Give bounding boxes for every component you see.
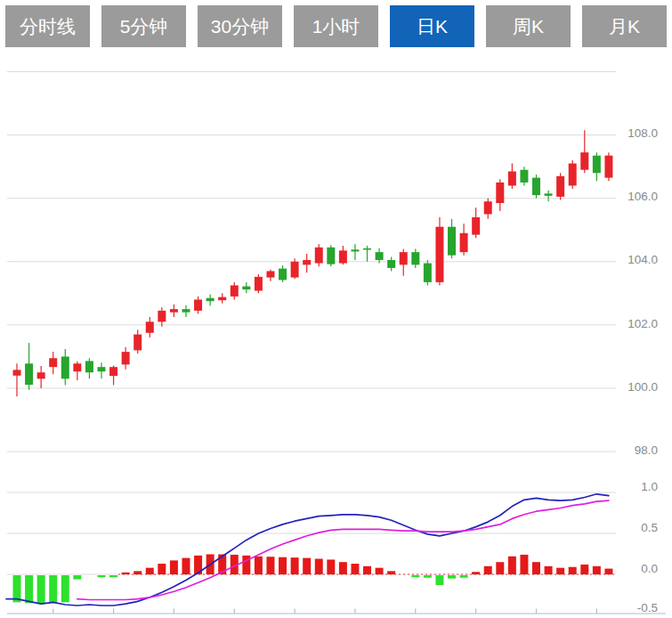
indicator-axis-label: 0.5 [641, 521, 658, 534]
macd-bar [580, 565, 588, 574]
period-tab-6[interactable]: 月K [582, 5, 667, 47]
macd-dea-line [77, 500, 609, 599]
candle-body [170, 309, 178, 313]
macd-bar [315, 559, 323, 574]
macd-bar [569, 567, 577, 574]
period-tab-bar: 分时线5分钟30分钟1小时日K周K月K [5, 5, 667, 47]
period-tab-3[interactable]: 1小时 [294, 5, 378, 47]
macd-bar [303, 558, 311, 574]
macd-bar [291, 557, 299, 574]
candle-body [351, 249, 359, 251]
candle-body [37, 372, 45, 378]
candle-body [315, 248, 323, 264]
macd-bar [593, 566, 601, 574]
candle-body [484, 201, 492, 214]
period-tab-4[interactable]: 日K [390, 5, 474, 47]
macd-bar [61, 575, 69, 602]
candle-body [255, 277, 263, 291]
macd-bar [376, 568, 384, 574]
price-axis-label: 102.0 [627, 317, 658, 330]
macd-bar [182, 558, 190, 574]
macd-bar [327, 559, 335, 574]
candle-body [424, 264, 432, 282]
grid-layer [7, 72, 616, 575]
macd-bar [49, 575, 57, 603]
candle-body [158, 311, 166, 321]
macd-bar [73, 575, 81, 580]
candle-body [97, 367, 105, 371]
macd-bar [146, 568, 154, 574]
candle-body [85, 361, 93, 372]
candle-body [545, 193, 553, 195]
macd-bar [496, 562, 504, 574]
macd-bar [109, 575, 117, 577]
candle-body [242, 287, 250, 290]
macd-bar [122, 573, 130, 574]
candle-body [435, 227, 443, 282]
macd-bar [351, 564, 359, 574]
macd-bar [448, 575, 456, 579]
macd-bar [472, 572, 480, 574]
macd-bar [484, 566, 492, 574]
candle-body [327, 248, 335, 264]
candle-body [387, 260, 395, 268]
candle-body [580, 152, 588, 170]
macd-bar [411, 575, 419, 577]
candle-body [376, 252, 384, 260]
macd-bar [424, 575, 432, 578]
kline-chart: 108.0106.0104.0102.0100.098.01.00.50.0-0… [0, 0, 672, 618]
candle-body [569, 164, 577, 186]
macd-bar [37, 575, 45, 604]
candle-body [61, 356, 69, 378]
candle-body [122, 352, 130, 364]
candle-body [73, 363, 81, 371]
candle-body [411, 252, 419, 264]
macd-dif-line-layer [6, 494, 609, 606]
macd-bar [97, 575, 105, 577]
candle-body [593, 156, 601, 174]
candle-body [520, 170, 528, 183]
macd-bar [508, 557, 516, 574]
period-tab-5[interactable]: 周K [486, 5, 571, 47]
macd-bar [532, 562, 540, 574]
macd-bar [134, 571, 142, 574]
period-tab-0[interactable]: 分时线 [5, 5, 90, 47]
candle-body [291, 262, 299, 278]
candle-body [13, 370, 21, 375]
macd-bar [604, 569, 612, 574]
macd-bar [387, 571, 395, 574]
candle-body [556, 176, 564, 197]
candle-body [279, 269, 287, 281]
candle-body [194, 299, 202, 310]
period-tab-1[interactable]: 5分钟 [101, 5, 186, 47]
macd-bar [545, 566, 553, 574]
price-axis-label: 100.0 [627, 380, 658, 394]
macd-bar [279, 557, 287, 574]
price-axis-label: 108.0 [627, 126, 658, 140]
candle-body [532, 178, 540, 196]
candle-body [231, 285, 239, 296]
price-axis-label: 106.0 [627, 190, 658, 203]
candle-body [508, 171, 516, 185]
indicator-axis-label: 0.0 [641, 562, 658, 575]
candle-body [266, 271, 274, 277]
candle-body [363, 248, 371, 250]
candle-body [339, 250, 347, 263]
macd-bar [158, 564, 166, 574]
macd-bar [266, 557, 274, 574]
candle-body [460, 233, 468, 252]
indicator-axis-label: -0.5 [637, 601, 658, 614]
period-tab-2[interactable]: 30分钟 [198, 5, 282, 47]
candle-body [448, 227, 456, 256]
macd-histogram-layer [13, 554, 613, 604]
price-axis-label: 104.0 [627, 253, 658, 266]
candle-body [25, 363, 33, 385]
macd-dif-line [6, 494, 609, 606]
stock-kline-app: 分时线5分钟30分钟1小时日K周K月K 108.0106.0104.0102.0… [0, 0, 672, 618]
macd-bar [25, 575, 33, 603]
axis-label-layer: 108.0106.0104.0102.0100.098.01.00.50.0-0… [627, 126, 658, 614]
macd-bar [339, 562, 347, 574]
candle-body [146, 321, 154, 332]
macd-bar [556, 568, 564, 574]
indicator-axis-label: 1.0 [641, 480, 658, 493]
